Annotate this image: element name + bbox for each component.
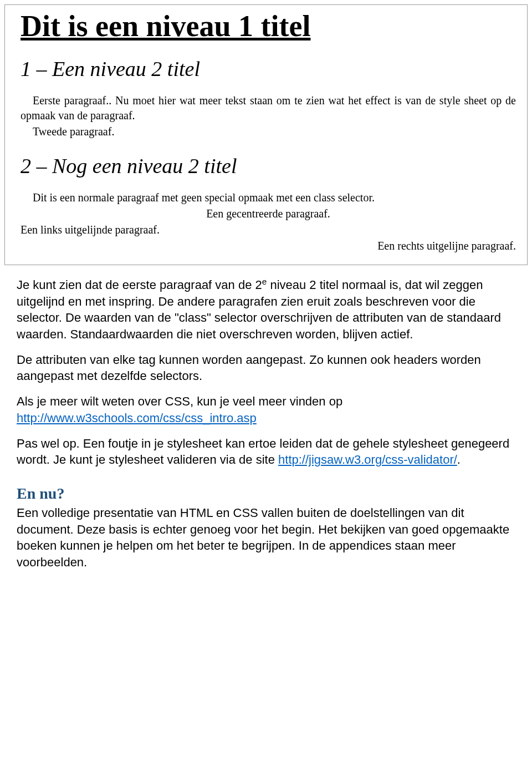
explanatory-paragraph-2: De attributen van elke tag kunnen worden…	[17, 352, 515, 384]
paragraph-second: Tweede paragraaf.	[21, 124, 516, 139]
heading-level-2-first: 1 – Een niveau 2 titel	[21, 57, 516, 81]
paragraph-right-aligned: Een rechts uitgelijne paragraaf.	[21, 239, 516, 253]
text-fragment: Als je meer wilt weten over CSS, kun je …	[17, 393, 515, 410]
heading-level-2-second: 2 – Nog een niveau 2 titel	[21, 154, 516, 178]
text-fragment: Je kunt zien dat de eerste paragraaf van…	[17, 278, 262, 292]
section-heading-en-nu: En nu?	[17, 485, 515, 503]
explanatory-paragraph-1: Je kunt zien dat de eerste paragraaf van…	[17, 276, 515, 343]
heading-level-1: Dit is een niveau 1 titel	[21, 11, 516, 42]
paragraph-class-selector: Dit is een normale paragraaf met geen sp…	[21, 190, 516, 205]
text-fragment: .	[457, 453, 461, 466]
paragraph-left-aligned: Een links uitgelijnde paragraaf.	[21, 222, 516, 237]
explanatory-paragraph-4: Pas wel op. Een foutje in je stylesheet …	[17, 435, 515, 468]
link-jigsaw-validator[interactable]: http://jigsaw.w3.org/css-validator/	[278, 453, 457, 466]
paragraph-intro-justified: Eerste paragraaf.. Nu moet hier wat meer…	[21, 93, 516, 123]
link-w3schools-css[interactable]: http://www.w3schools.com/css/css_intro.a…	[17, 411, 257, 425]
explanatory-text-section: Je kunt zien dat de eerste paragraaf van…	[0, 276, 532, 602]
paragraph-centered: Een gecentreerde paragraaf.	[21, 206, 516, 221]
explanatory-paragraph-5: Een volledige presentatie van HTML en CS…	[17, 505, 515, 571]
explanatory-paragraph-3: Als je meer wilt weten over CSS, kun je …	[17, 393, 515, 426]
example-rendering-box: Dit is een niveau 1 titel 1 – Een niveau…	[4, 4, 528, 265]
